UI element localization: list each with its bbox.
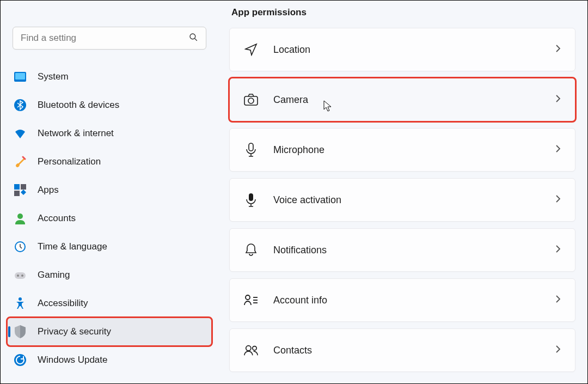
svg-point-21 [246,295,250,300]
svg-point-25 [246,346,251,351]
sidebar-item-label: Personalization [38,156,101,167]
sidebar-item-label: Accounts [38,213,76,224]
search-input[interactable] [21,33,188,44]
sidebar-item-label: System [38,71,69,82]
account-info-icon [244,293,258,307]
permission-account-info[interactable]: Account info [229,278,575,322]
account-icon [14,212,27,225]
permission-microphone[interactable]: Microphone [229,128,575,172]
permission-voice-activation[interactable]: Voice activation [229,178,575,222]
svg-point-9 [17,214,23,219]
permission-label: Microphone [273,144,555,156]
svg-rect-20 [249,193,253,201]
sidebar-item-label: Network & internet [38,128,114,139]
shield-icon [14,325,27,338]
voice-icon [244,193,258,207]
chevron-right-icon [555,144,561,155]
contacts-icon [244,343,258,357]
sidebar-item-label: Accessibility [38,298,88,309]
permission-label: Notifications [273,245,555,256]
sidebar-item-label: Privacy & security [38,326,111,337]
bell-icon [244,243,258,257]
permission-label: Contacts [273,345,555,356]
sidebar-item-windows-update[interactable]: Windows Update [7,346,212,374]
sidebar-item-system[interactable]: System [7,63,212,91]
chevron-right-icon [555,194,561,205]
accessibility-icon [14,297,27,310]
sidebar-item-time-language[interactable]: Time & language [7,233,212,261]
sidebar-item-label: Time & language [38,241,107,252]
chevron-right-icon [555,245,561,255]
svg-point-13 [17,275,19,277]
permission-contacts[interactable]: Contacts [229,328,575,372]
permission-label: Camera [273,94,555,106]
sidebar-item-accessibility[interactable]: Accessibility [7,289,212,318]
svg-rect-3 [15,73,25,80]
sidebar-item-label: Apps [38,185,59,196]
permission-label: Location [273,44,555,56]
svg-line-1 [195,39,197,41]
search-box[interactable] [13,27,206,50]
sidebar-item-privacy-security[interactable]: Privacy & security [7,318,212,346]
sidebar-item-bluetooth[interactable]: Bluetooth & devices [7,91,212,119]
sidebar: System Bluetooth & devices Network & int… [1,1,218,383]
search-icon [188,32,198,44]
brush-icon [14,155,27,168]
microphone-icon [244,143,258,157]
svg-marker-8 [21,190,26,195]
svg-rect-12 [15,272,26,279]
permission-label: Account info [273,295,555,306]
permission-notifications[interactable]: Notifications [229,228,575,272]
main-content: App permissions Location Camera [218,1,587,383]
system-icon [14,70,27,83]
nav-list: System Bluetooth & devices Network & int… [5,63,214,374]
permission-label: Voice activation [273,194,555,206]
svg-point-26 [253,346,256,350]
permission-list: Location Camera Microphone [229,28,575,372]
sidebar-item-label: Bluetooth & devices [38,100,119,111]
clock-icon [14,240,27,253]
sidebar-item-personalization[interactable]: Personalization [7,148,212,176]
chevron-right-icon [555,295,561,306]
update-icon [14,353,27,367]
apps-icon [14,184,27,197]
sidebar-item-network[interactable]: Network & internet [7,119,212,148]
chevron-right-icon [555,44,561,55]
location-icon [244,42,258,57]
chevron-right-icon [555,94,561,105]
camera-icon [244,93,258,107]
section-title: App permissions [231,7,575,18]
sidebar-item-apps[interactable]: Apps [7,176,212,204]
wifi-icon [14,127,27,140]
svg-rect-19 [249,143,253,151]
svg-rect-5 [14,184,20,190]
chevron-right-icon [555,345,561,356]
permission-camera[interactable]: Camera [229,78,575,121]
sidebar-item-label: Gaming [38,270,70,281]
svg-rect-6 [21,184,26,190]
sidebar-item-label: Windows Update [38,355,108,365]
permission-location[interactable]: Location [229,28,575,71]
sidebar-item-accounts[interactable]: Accounts [7,204,212,233]
svg-rect-7 [14,191,20,196]
svg-point-15 [19,297,22,301]
sidebar-item-gaming[interactable]: Gaming [7,261,212,289]
svg-point-0 [190,34,195,39]
bluetooth-icon [14,99,27,112]
gaming-icon [14,269,27,282]
svg-point-18 [248,98,254,103]
svg-point-14 [21,275,23,277]
